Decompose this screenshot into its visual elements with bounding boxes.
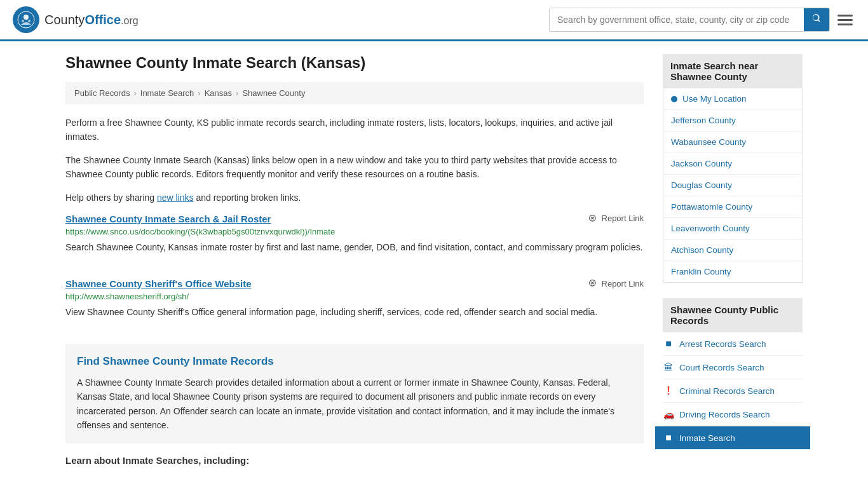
jackson-county-link[interactable]: Jackson County: [663, 153, 802, 174]
sidebar-county-item: Pottawatomie County: [663, 196, 802, 218]
link-block-1-header: Shawnee County Inmate Search & Jail Rost…: [65, 214, 644, 224]
sidebar-county-item: Atchison County: [663, 240, 802, 261]
court-records-link[interactable]: 🏛 Court Records Search: [663, 356, 803, 379]
inmate-search-icon: ■: [663, 432, 674, 444]
content-area: Shawnee County Inmate Search (Kansas) Pu…: [65, 54, 644, 472]
search-input[interactable]: [550, 10, 804, 30]
intro-para3-prefix: Help others by sharing: [65, 193, 157, 203]
breadcrumb: Public Records › Inmate Search › Kansas …: [65, 82, 644, 104]
search-box: [549, 8, 830, 32]
sidebar-public-records-header: Shawnee County Public Records: [663, 298, 803, 332]
douglas-county-link[interactable]: Douglas County: [663, 175, 802, 196]
page-title: Shawnee County Inmate Search (Kansas): [65, 54, 644, 72]
new-links-link[interactable]: new links: [157, 193, 194, 203]
sidebar-county-item: Douglas County: [663, 175, 802, 196]
sidebar-county-item: Wabaunsee County: [663, 132, 802, 153]
court-records-label: Court Records Search: [679, 363, 764, 372]
atchison-county-link[interactable]: Atchison County: [663, 240, 802, 261]
svg-point-2: [22, 20, 24, 22]
report-link-label-2: Report Link: [602, 279, 644, 288]
breadcrumb-link-shawnee-county[interactable]: Shawnee County: [242, 88, 305, 98]
find-section-description: A Shawnee County Inmate Search provides …: [77, 376, 632, 433]
sidebar-use-location-item: Use My Location: [663, 88, 802, 110]
inmate-search-link[interactable]: ■ Inmate Search: [655, 426, 810, 449]
sidebar-public-records-section: Shawnee County Public Records ■ Arrest R…: [663, 298, 803, 449]
main-container: Shawnee County Inmate Search (Kansas) Pu…: [53, 41, 815, 485]
learn-section-title: Learn about Inmate Searches, including:: [65, 455, 644, 466]
driving-records-label: Driving Records Search: [679, 410, 770, 419]
intro-paragraph-2: The Shawnee County Inmate Search (Kansas…: [65, 153, 644, 182]
criminal-records-icon: !: [663, 385, 674, 396]
report-link-button-2[interactable]: Report Link: [588, 278, 644, 288]
jefferson-county-link[interactable]: Jefferson County: [663, 110, 802, 131]
sidebar-nearby-header: Inmate Search near Shawnee County: [663, 54, 803, 88]
site-header: CountyOffice.org: [0, 0, 868, 41]
breadcrumb-link-kansas[interactable]: Kansas: [205, 88, 232, 98]
svg-point-1: [24, 15, 29, 20]
use-location-label: Use My Location: [682, 94, 747, 104]
link-block-1: Shawnee County Inmate Search & Jail Rost…: [65, 214, 644, 261]
svg-point-3: [28, 20, 31, 22]
criminal-records-label: Criminal Records Search: [679, 386, 775, 396]
find-section-title: Find Shawnee County Inmate Records: [77, 355, 632, 368]
sidebar-court-records-item: 🏛 Court Records Search: [663, 356, 803, 379]
search-area: [549, 8, 855, 32]
sidebar-driving-records-item: 🚗 Driving Records Search: [663, 403, 803, 426]
link-block-2-header: Shawnee County Sheriff's Office Website …: [65, 278, 644, 289]
breadcrumb-link-inmate-search[interactable]: Inmate Search: [140, 88, 194, 98]
franklin-county-link[interactable]: Franklin County: [663, 261, 802, 282]
menu-line: [837, 15, 853, 17]
intro-paragraph-3: Help others by sharing new links and rep…: [65, 191, 644, 205]
menu-line: [837, 19, 853, 21]
sidebar-county-item: Franklin County: [663, 261, 802, 282]
sidebar-nearby-list: Use My Location Jefferson County Wabauns…: [663, 88, 803, 283]
logo-text: CountyOffice.org: [44, 13, 139, 27]
report-link-button-1[interactable]: Report Link: [588, 214, 644, 224]
link-desc-2: View Shawnee County Sheriff's Office gen…: [65, 305, 644, 319]
sidebar-public-records-list: ■ Arrest Records Search 🏛 Court Records …: [663, 332, 803, 449]
pottawatomie-county-link[interactable]: Pottawatomie County: [663, 196, 802, 217]
intro-para3-suffix: and reporting broken links.: [194, 193, 301, 203]
find-section: Find Shawnee County Inmate Records A Sha…: [65, 344, 644, 444]
search-button[interactable]: [804, 8, 829, 31]
breadcrumb-separator: ›: [236, 88, 238, 98]
sidebar-county-item: Leavenworth County: [663, 218, 802, 240]
link-block-2: Shawnee County Sheriff's Office Website …: [65, 278, 644, 325]
hamburger-menu-button[interactable]: [835, 12, 855, 28]
sidebar-county-item: Jackson County: [663, 153, 802, 175]
logo-area: CountyOffice.org: [13, 6, 139, 33]
criminal-records-link[interactable]: ! Criminal Records Search: [663, 379, 803, 402]
leavenworth-county-link[interactable]: Leavenworth County: [663, 218, 802, 239]
breadcrumb-separator: ›: [133, 88, 136, 98]
link-url-1: https://www.snco.us/doc/booking/(S(k3wba…: [65, 227, 644, 236]
sidebar: Inmate Search near Shawnee County Use My…: [663, 54, 803, 472]
sidebar-arrest-records-item: ■ Arrest Records Search: [663, 332, 803, 356]
intro-paragraph-1: Perform a free Shawnee County, KS public…: [65, 116, 644, 144]
driving-records-icon: 🚗: [663, 409, 674, 420]
arrest-records-label: Arrest Records Search: [679, 339, 766, 349]
link-title-1[interactable]: Shawnee County Inmate Search & Jail Rost…: [65, 214, 271, 224]
arrest-records-icon: ■: [663, 338, 674, 349]
sidebar-criminal-records-item: ! Criminal Records Search: [663, 379, 803, 403]
breadcrumb-separator: ›: [198, 88, 200, 98]
inmate-search-label: Inmate Search: [679, 433, 735, 443]
sidebar-inmate-search-item: ■ Inmate Search: [663, 426, 803, 449]
link-title-2[interactable]: Shawnee County Sheriff's Office Website: [65, 278, 252, 289]
arrest-records-link[interactable]: ■ Arrest Records Search: [663, 332, 803, 355]
link-desc-1: Search Shawnee County, Kansas inmate ros…: [65, 240, 644, 254]
logo-icon: [13, 6, 39, 33]
wabaunsee-county-link[interactable]: Wabaunsee County: [663, 132, 802, 152]
breadcrumb-link-public-records[interactable]: Public Records: [74, 88, 130, 98]
sidebar-county-item: Jefferson County: [663, 110, 802, 132]
report-link-label-1: Report Link: [602, 214, 644, 223]
sidebar-nearby-section: Inmate Search near Shawnee County Use My…: [663, 54, 803, 283]
court-records-icon: 🏛: [663, 362, 674, 373]
location-dot-icon: [671, 96, 677, 102]
use-location-link[interactable]: Use My Location: [663, 88, 802, 109]
driving-records-link[interactable]: 🚗 Driving Records Search: [663, 403, 803, 426]
menu-line: [837, 24, 853, 25]
link-url-2: http://www.shawneesheriff.org/sh/: [65, 292, 644, 301]
learn-section: Learn about Inmate Searches, including:: [65, 455, 644, 466]
